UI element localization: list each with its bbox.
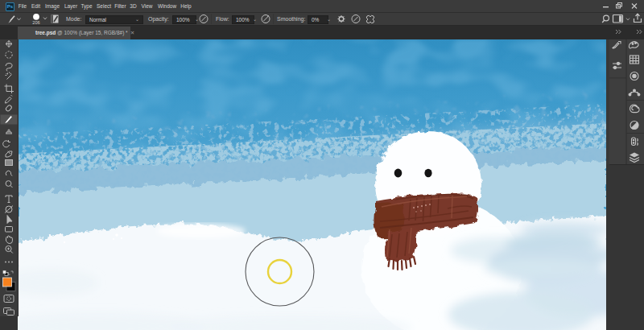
svg-text:206: 206 [32, 20, 39, 25]
